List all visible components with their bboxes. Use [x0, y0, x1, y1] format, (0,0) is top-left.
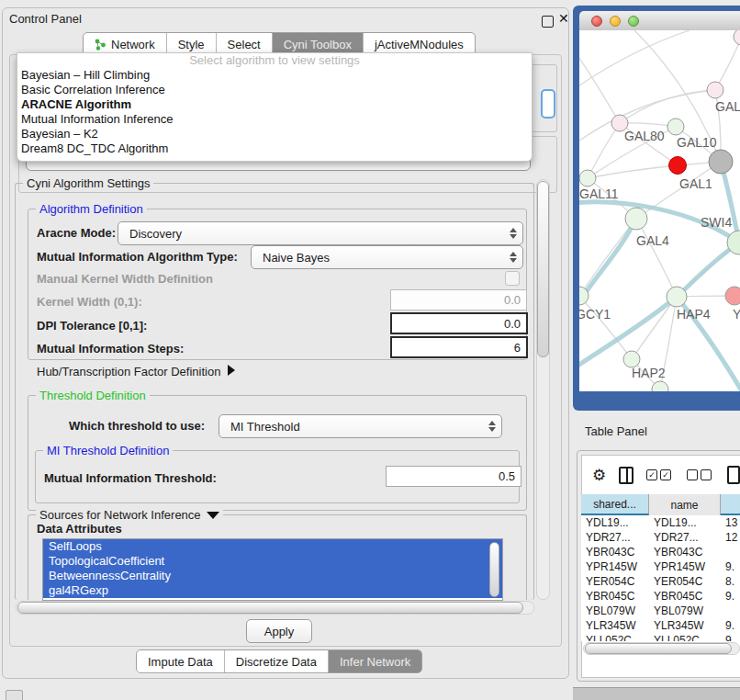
algorithm-option[interactable]: Bayesian – K2: [17, 127, 532, 141]
expander-collapsed-icon: [228, 365, 235, 376]
columns-icon[interactable]: [619, 467, 633, 484]
close-panel-icon[interactable]: ✕: [558, 11, 569, 26]
node-label: HAP2: [632, 366, 666, 380]
cell[interactable]: YLL052C: [649, 633, 721, 641]
node-label: GAL4: [636, 233, 669, 248]
settings-hscrollbar-thumb[interactable]: [17, 602, 523, 614]
cell[interactable]: YBR045C: [649, 589, 721, 604]
bottom-right-strip: [573, 687, 740, 700]
cell[interactable]: YDR27...: [649, 530, 721, 545]
dpi-tolerance-field[interactable]: 0.0: [390, 312, 528, 334]
cell[interactable]: YLR345W: [649, 618, 721, 633]
page-icon[interactable]: [727, 466, 740, 484]
network-node-labels: GAL80 GAL10 GAL1 GAL GAL11 GAL4 SWI4 GCY…: [579, 99, 740, 380]
cell[interactable]: YPR145W: [649, 559, 721, 574]
mi-type-combo[interactable]: Naive Bayes: [251, 245, 523, 269]
algorithm-dropdown-popup: Select algorithm to view settings Bayesi…: [17, 52, 533, 162]
minimize-window-icon[interactable]: [610, 16, 621, 27]
cell[interactable]: [721, 604, 740, 618]
cell[interactable]: 9: [721, 633, 740, 641]
kernel-width-field[interactable]: 0.0: [390, 289, 527, 310]
collapsed-panel-button[interactable]: [6, 690, 23, 700]
algorithm-placeholder: Select algorithm to view settings: [17, 53, 532, 68]
deselect-all-icon[interactable]: [687, 469, 714, 480]
cell[interactable]: YLR345W: [581, 618, 649, 633]
cell[interactable]: YBR043C: [581, 545, 649, 559]
mi-threshold-label: Mutual Information Threshold:: [44, 471, 217, 485]
algorithm-option[interactable]: Bayesian – Hill Climbing: [17, 68, 532, 83]
column-header-name[interactable]: name: [649, 494, 721, 515]
zoom-window-icon[interactable]: [628, 16, 639, 27]
data-attributes-list[interactable]: SelfLoops TopologicalCoefficient Between…: [42, 538, 503, 601]
focused-combo-sliver: [541, 89, 555, 119]
cell[interactable]: 13: [721, 515, 740, 530]
aracne-mode-label: Aracne Mode:: [37, 226, 116, 240]
manual-kernel-checkbox[interactable]: [505, 271, 520, 286]
cell[interactable]: YDR27...: [581, 530, 649, 545]
cell[interactable]: YPR145W: [581, 559, 649, 574]
which-threshold-combo[interactable]: MI Threshold: [219, 414, 502, 438]
cell[interactable]: YDL19...: [581, 515, 649, 530]
algorithm-option[interactable]: Basic Correlation Inference: [17, 83, 532, 97]
tab-impute-data[interactable]: Impute Data: [137, 650, 225, 672]
cell[interactable]: YLL052C: [581, 633, 649, 641]
stepper-icon: [483, 421, 501, 432]
column-header-shared[interactable]: shared...: [581, 494, 649, 515]
algorithm-option[interactable]: Mutual Information Inference: [17, 112, 532, 127]
node-gal11: [579, 170, 596, 186]
settings-gear-icon[interactable]: ⚙: [592, 466, 606, 485]
cell[interactable]: YBL079W: [581, 604, 649, 618]
cell[interactable]: 9.: [721, 618, 740, 633]
node-hap4: [667, 287, 687, 307]
node-label: Y: [733, 307, 740, 322]
settings-vscrollbar-thumb[interactable]: [537, 181, 549, 357]
algorithm-option[interactable]: Dream8 DC_TDC Algorithm: [17, 141, 532, 156]
list-scrollbar[interactable]: [489, 542, 499, 597]
node-label: GAL80: [624, 129, 665, 143]
mi-steps-field[interactable]: 6: [390, 336, 528, 358]
mi-steps-label: Mutual Information Steps:: [37, 342, 184, 356]
algorithm-option-selected[interactable]: ARACNE Algorithm: [17, 97, 532, 112]
which-threshold-label: Which threshold to use:: [69, 419, 205, 433]
close-window-icon[interactable]: [591, 16, 602, 27]
cell[interactable]: YDL19...: [649, 515, 721, 530]
node-label: GAL: [715, 99, 740, 114]
data-attributes-label: Data Attributes: [37, 522, 122, 536]
tab-infer-network[interactable]: Infer Network: [329, 650, 421, 672]
cell[interactable]: YBL079W: [649, 604, 721, 618]
sources-title-wrap[interactable]: Sources for Network Inference: [36, 508, 223, 522]
kernel-width-label: Kernel Width (0,1):: [37, 295, 142, 309]
cell[interactable]: 9.: [721, 589, 740, 604]
network-window-titlebar[interactable]: [579, 11, 740, 31]
list-item[interactable]: gal4RGexp: [43, 583, 502, 598]
node-label: HAP4: [677, 307, 711, 322]
cell[interactable]: YER054C: [649, 574, 721, 589]
stepper-icon: [504, 228, 522, 239]
tab-discretize-data[interactable]: Discretize Data: [225, 650, 329, 672]
cyni-settings-title: Cyni Algorithm Settings: [23, 176, 153, 190]
network-canvas[interactable]: GAL80 GAL10 GAL1 GAL GAL11 GAL4 SWI4 GCY…: [579, 30, 740, 391]
float-panel-button[interactable]: [542, 16, 554, 28]
cell[interactable]: YER054C: [581, 574, 649, 589]
cell[interactable]: 8.: [721, 574, 740, 589]
stepper-icon: [504, 252, 522, 263]
cell[interactable]: 9.: [721, 559, 740, 574]
column-header-cut[interactable]: [721, 494, 740, 515]
control-panel-title: Control Panel: [9, 12, 82, 26]
table-hscrollbar-thumb[interactable]: [585, 643, 732, 654]
aracne-mode-combo[interactable]: Discovery: [118, 221, 523, 245]
list-item[interactable]: BetweennessCentrality: [43, 569, 502, 583]
list-item[interactable]: TopologicalCoefficient: [43, 554, 502, 569]
hub-expander[interactable]: Hub/Transcription Factor Definition: [37, 365, 235, 378]
cell[interactable]: 12: [721, 530, 740, 545]
node: [652, 381, 668, 391]
select-all-icon[interactable]: ✓✓: [646, 469, 674, 480]
node: [734, 30, 740, 45]
mi-threshold-field[interactable]: 0.5: [386, 466, 521, 487]
mi-threshold-title: MI Threshold Definition: [43, 444, 173, 457]
cell[interactable]: [721, 545, 740, 559]
cell[interactable]: YBR043C: [649, 545, 721, 559]
apply-button[interactable]: Apply: [246, 619, 312, 643]
cell[interactable]: YBR045C: [581, 589, 649, 604]
list-item[interactable]: SelfLoops: [43, 539, 502, 554]
